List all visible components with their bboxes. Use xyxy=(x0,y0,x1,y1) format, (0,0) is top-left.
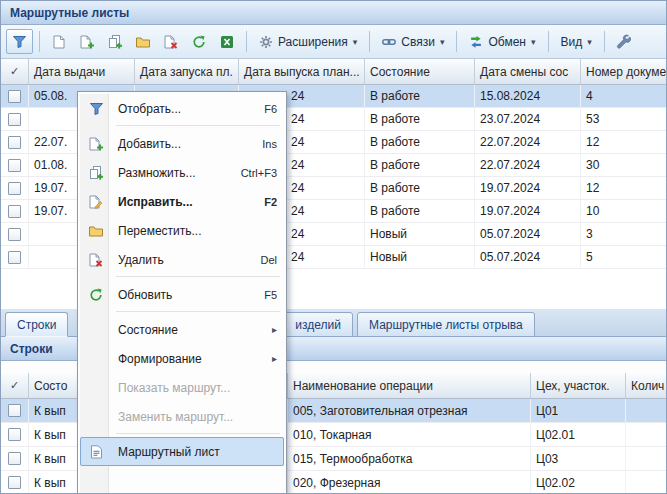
toolbar: Расширения ▾ Связи ▾ Обмен ▾ Вид ▾ xyxy=(1,25,666,59)
cell-state: Новый xyxy=(365,223,475,245)
row-checkbox[interactable] xyxy=(8,90,21,103)
row-checkbox[interactable] xyxy=(8,404,21,417)
row-checkbox[interactable] xyxy=(8,113,21,126)
add-document-button[interactable] xyxy=(73,29,100,54)
menu-item-refresh[interactable]: Обновить F5 xyxy=(80,280,284,309)
move-folder-button[interactable] xyxy=(129,29,156,54)
cell-quantity xyxy=(626,423,666,446)
exchange-arrows-icon xyxy=(469,35,483,48)
cell-quantity xyxy=(626,399,666,422)
cell-document-number: 53 xyxy=(581,108,666,130)
cell-state-change-date: 15.08.2024 xyxy=(475,85,581,107)
menu-item-duplicate[interactable]: Размножить... Ctrl+F3 xyxy=(80,158,284,187)
menu-item-label: Заменить маршрут... xyxy=(118,410,233,424)
cell-state: Новый xyxy=(365,246,475,268)
row-checkbox[interactable] xyxy=(8,159,21,172)
cell-document-number: 12 xyxy=(581,131,666,153)
delete-document-icon xyxy=(86,253,106,267)
menu-item-select[interactable]: Отобрать... F6 xyxy=(80,94,284,123)
cell-state-change-date: 05.07.2024 xyxy=(475,246,581,268)
cell-state: В работе xyxy=(365,85,475,107)
excel-export-button[interactable] xyxy=(213,29,240,54)
menu-item-shortcut: Ctrl+F3 xyxy=(241,167,277,179)
toolbar-separator xyxy=(548,31,549,52)
row-checkbox[interactable] xyxy=(8,251,21,264)
column-header-state[interactable]: Состояние xyxy=(365,59,475,84)
toolbar-menu-view[interactable]: Вид ▾ xyxy=(554,29,599,54)
toolbar-separator xyxy=(456,31,457,52)
tab-label: изделий xyxy=(295,318,341,332)
row-checkbox[interactable] xyxy=(8,136,21,149)
select-all-column-header[interactable]: ✓ xyxy=(1,373,29,398)
menu-item-label: Формирование xyxy=(118,352,202,366)
cell-workshop: Ц02.02 xyxy=(531,471,626,494)
column-header-document-number[interactable]: Номер докуме xyxy=(581,59,666,84)
refresh-button[interactable] xyxy=(185,29,212,54)
submenu-arrow-icon: ▸ xyxy=(272,353,277,364)
row-checkbox[interactable] xyxy=(8,428,21,441)
wrench-icon xyxy=(616,34,631,49)
menu-item-move[interactable]: Переместить... xyxy=(80,216,284,245)
cell-document-number: 3 xyxy=(581,223,666,245)
menu-item-delete[interactable]: Удалить Del xyxy=(80,245,284,274)
refresh-icon xyxy=(86,288,106,302)
row-checkbox-cell xyxy=(1,108,29,130)
filter-icon xyxy=(86,103,106,115)
menu-item-route-sheet[interactable]: Маршрутный лист xyxy=(80,437,284,466)
menu-item-label: Удалить xyxy=(118,253,164,267)
route-sheets-table-header: ✓ Дата выдачи Дата запуска пл. Дата выпу… xyxy=(1,59,666,85)
delete-document-button[interactable] xyxy=(157,29,184,54)
row-checkbox-cell xyxy=(1,399,29,422)
lines-section-title: Строки xyxy=(10,342,53,356)
filter-icon xyxy=(13,36,26,48)
settings-wrench-button[interactable] xyxy=(610,29,637,54)
menu-item-edit[interactable]: Исправить... F2 xyxy=(80,187,284,216)
column-header-issue-date[interactable]: Дата выдачи xyxy=(29,59,135,84)
column-header-state-change-date[interactable]: Дата смены сос xyxy=(475,59,581,84)
tab-lines[interactable]: Строки xyxy=(5,312,68,337)
menu-item-shortcut: Del xyxy=(260,254,277,266)
row-checkbox-cell xyxy=(1,447,29,470)
column-header-workshop[interactable]: Цех, участок. xyxy=(531,373,626,398)
menu-item-replace-route: Заменить маршрут... xyxy=(80,402,284,431)
context-menu: Отобрать... F6 Добавить... Ins Размножит… xyxy=(77,91,287,494)
menu-item-label: Размножить... xyxy=(118,166,196,180)
cell-state-change-date: 23.07.2024 xyxy=(475,108,581,130)
checkmark-icon: ✓ xyxy=(10,379,19,392)
toolbar-separator xyxy=(39,31,40,52)
column-header-operation-name[interactable]: Наименование операции xyxy=(288,373,531,398)
cell-document-number: 10 xyxy=(581,200,666,222)
row-checkbox[interactable] xyxy=(8,228,21,241)
select-all-column-header[interactable]: ✓ xyxy=(1,59,29,84)
column-header-launch-date[interactable]: Дата запуска пл. xyxy=(135,59,239,84)
cell-operation-name: 005, Заготовительная отрезная xyxy=(288,399,531,422)
menu-item-add[interactable]: Добавить... Ins xyxy=(80,129,284,158)
column-header-quantity[interactable]: Колич xyxy=(626,373,666,398)
chevron-down-icon: ▾ xyxy=(587,37,592,47)
new-document-button[interactable] xyxy=(45,29,72,54)
row-checkbox[interactable] xyxy=(8,205,21,218)
toolbar-menu-links[interactable]: Связи ▾ xyxy=(375,29,451,54)
toolbar-menu-extensions[interactable]: Расширения ▾ xyxy=(252,29,364,54)
duplicate-document-button[interactable] xyxy=(101,29,128,54)
row-checkbox-cell xyxy=(1,154,29,176)
cell-state: В работе xyxy=(365,108,475,130)
tab-tear-off-route-sheets[interactable]: Маршрутные листы отрыва xyxy=(357,312,535,337)
row-checkbox[interactable] xyxy=(8,452,21,465)
menu-item-shortcut: F6 xyxy=(264,103,277,115)
row-checkbox-cell xyxy=(1,177,29,199)
menu-item-formation[interactable]: Формирование ▸ xyxy=(80,344,284,373)
window-title: Маршрутные листы xyxy=(10,6,129,20)
filter-button[interactable] xyxy=(6,29,33,54)
chevron-down-icon: ▾ xyxy=(440,37,445,47)
menu-item-label: Отобрать... xyxy=(118,102,181,116)
row-checkbox[interactable] xyxy=(8,182,21,195)
chevron-down-icon: ▾ xyxy=(531,37,536,47)
toolbar-menu-exchange[interactable]: Обмен ▾ xyxy=(462,29,542,54)
menu-item-label: Переместить... xyxy=(118,224,202,238)
row-checkbox[interactable] xyxy=(8,476,21,489)
refresh-icon xyxy=(192,35,206,49)
menu-item-state[interactable]: Состояние ▸ xyxy=(80,315,284,344)
column-header-release-date[interactable]: Дата выпуска план... xyxy=(239,59,365,84)
window-titlebar: Маршрутные листы xyxy=(1,1,666,25)
